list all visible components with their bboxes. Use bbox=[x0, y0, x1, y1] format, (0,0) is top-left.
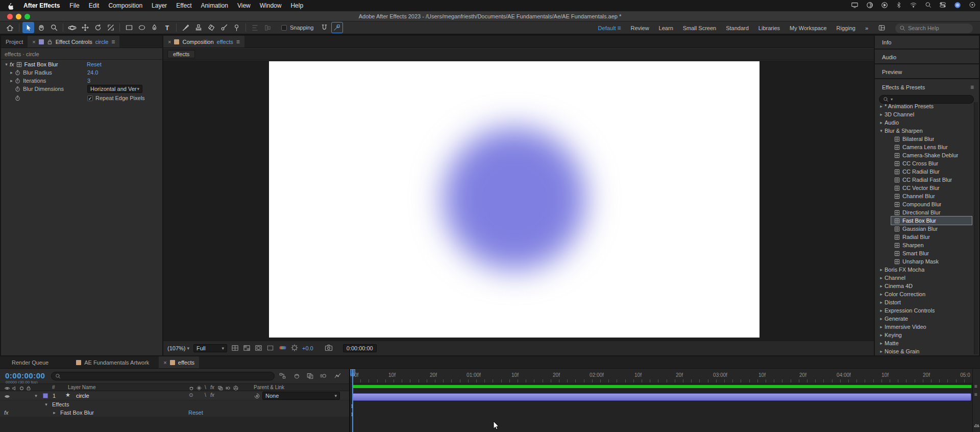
snap-to-edges-icon[interactable] bbox=[318, 22, 330, 33]
current-time-display[interactable]: 0:00:00:00 bbox=[5, 371, 45, 380]
hand-tool[interactable] bbox=[35, 22, 47, 33]
effect-item[interactable]: Camera Lens Blur bbox=[875, 143, 979, 151]
menu-help[interactable]: Help bbox=[286, 2, 308, 9]
tab-render-queue[interactable]: Render Queue bbox=[7, 356, 53, 368]
chevron-right-icon[interactable]: ▸ bbox=[878, 324, 885, 329]
exposure-value[interactable]: +0.0 bbox=[302, 345, 313, 351]
tab-effects-timeline[interactable]: × effects bbox=[159, 356, 199, 368]
layer-name-column-header[interactable]: Layer Name bbox=[68, 385, 95, 390]
effect-row-fast-box-blur[interactable]: fx ▸ Fast Box Blur Reset bbox=[0, 409, 349, 417]
panel-target-comp[interactable]: circle bbox=[95, 39, 109, 45]
motion-blur-icon[interactable] bbox=[320, 372, 327, 380]
preset-group-blur-sharpen[interactable]: ▾Blur & Sharpen bbox=[875, 127, 979, 135]
workspace-libraries[interactable]: Libraries bbox=[758, 25, 780, 31]
index-column-header[interactable]: # bbox=[52, 385, 55, 390]
effects-presets-header[interactable]: Effects & Presets ≡ bbox=[875, 80, 979, 94]
layer-duration-bar[interactable] bbox=[353, 393, 971, 401]
choose-grid-guides-icon[interactable] bbox=[231, 344, 239, 353]
stopwatch-icon[interactable] bbox=[15, 95, 20, 101]
panel-menu-icon[interactable]: ≡ bbox=[236, 38, 240, 45]
shy-toggle-icon[interactable] bbox=[293, 372, 301, 380]
chevron-right-icon[interactable]: ▸ bbox=[878, 275, 885, 280]
parent-pickwhip-icon[interactable] bbox=[254, 393, 260, 400]
snap-options-icon[interactable] bbox=[331, 22, 343, 33]
viewer-area[interactable] bbox=[163, 60, 874, 341]
control-center-icon[interactable] bbox=[939, 2, 946, 10]
chevron-down-icon[interactable]: ▾ bbox=[43, 402, 50, 407]
effect-item[interactable]: Bilateral Blur bbox=[875, 135, 979, 143]
workspace-default[interactable]: Default ≡ bbox=[598, 25, 621, 32]
eraser-tool[interactable] bbox=[205, 22, 217, 33]
track-options-icon[interactable]: ≡ bbox=[974, 392, 977, 397]
chevron-right-icon[interactable]: ▸ bbox=[8, 70, 15, 75]
preset-group-cinema-4d[interactable]: ▸Cinema 4D bbox=[875, 282, 979, 290]
pan-behind-tool[interactable] bbox=[105, 22, 116, 33]
panel-target-comp[interactable]: effects bbox=[217, 39, 233, 45]
orbit-camera-tool[interactable] bbox=[66, 22, 78, 33]
preset-group-3d-channel[interactable]: ▸3D Channel bbox=[875, 110, 979, 118]
preset-group-generate[interactable]: ▸Generate bbox=[875, 315, 979, 323]
zoom-tool[interactable] bbox=[48, 22, 60, 33]
current-time-indicator[interactable] bbox=[352, 369, 353, 432]
workspace-learn[interactable]: Learn bbox=[659, 25, 673, 31]
audio-panel-header[interactable]: Audio bbox=[875, 51, 979, 64]
siri-icon[interactable] bbox=[954, 2, 961, 10]
preset-group-noise-grain[interactable]: ▸Noise & Grain bbox=[875, 347, 979, 355]
chevron-right-icon[interactable]: ▸ bbox=[878, 332, 885, 338]
workspace-standard[interactable]: Standard bbox=[726, 25, 749, 31]
menu-file[interactable]: File bbox=[65, 2, 84, 9]
chevron-right-icon[interactable]: ▸ bbox=[878, 267, 885, 272]
tab-composition[interactable]: × Composition effects ≡ bbox=[163, 36, 244, 47]
effect-item[interactable]: Directional Blur bbox=[875, 208, 979, 217]
effect-item[interactable]: CC Cross Blur bbox=[875, 159, 979, 167]
screen-mirroring-icon[interactable] bbox=[881, 2, 888, 10]
menu-view[interactable]: View bbox=[233, 2, 255, 9]
spotlight-search-icon[interactable] bbox=[925, 2, 932, 10]
snapping-checkbox[interactable] bbox=[281, 25, 287, 31]
effect-item[interactable]: CC Radial Fast Blur bbox=[875, 176, 979, 184]
layer-fx-mark[interactable]: fx bbox=[210, 392, 214, 398]
menu-animation[interactable]: Animation bbox=[197, 2, 233, 9]
chevron-down-icon[interactable]: ▾ bbox=[878, 128, 885, 133]
effects-group-row[interactable]: ▾ Effects bbox=[0, 400, 349, 409]
roto-brush-tool[interactable] bbox=[218, 22, 230, 33]
chevron-right-icon[interactable]: ▸ bbox=[878, 283, 885, 289]
resolution-dropdown[interactable]: Full▾ bbox=[193, 344, 227, 352]
chevron-right-icon[interactable]: ▸ bbox=[878, 104, 885, 109]
bluetooth-icon[interactable] bbox=[896, 2, 902, 10]
iterations-value[interactable]: 3 bbox=[87, 78, 90, 84]
layer-name[interactable]: circle bbox=[76, 393, 89, 399]
preset-group-audio[interactable]: ▸Audio bbox=[875, 118, 979, 127]
composition-canvas[interactable] bbox=[269, 61, 760, 338]
ellipse-tool[interactable] bbox=[136, 22, 148, 33]
snapshot-camera-icon[interactable] bbox=[325, 344, 333, 352]
apple-menu[interactable] bbox=[4, 0, 16, 11]
effect-item[interactable]: Camera-Shake Deblur bbox=[875, 151, 979, 159]
cti-handle[interactable] bbox=[350, 369, 355, 376]
parent-link-dropdown[interactable]: None▾ bbox=[262, 392, 340, 400]
pen-tool[interactable] bbox=[149, 22, 160, 33]
region-of-interest-icon[interactable] bbox=[266, 344, 274, 353]
chevron-right-icon[interactable]: ▸ bbox=[878, 341, 885, 346]
magnification-dropdown[interactable]: (107%)▾ bbox=[167, 345, 189, 351]
stopwatch-icon[interactable] bbox=[15, 86, 20, 92]
stopwatch-icon[interactable] bbox=[15, 78, 20, 84]
close-panel-icon[interactable]: × bbox=[168, 39, 171, 45]
repeat-edge-checkbox[interactable]: ✓ bbox=[87, 95, 93, 101]
panel-menu-icon[interactable]: ≡ bbox=[970, 84, 974, 91]
reset-effect-link[interactable]: Reset bbox=[87, 61, 102, 67]
rectangle-tool[interactable] bbox=[123, 22, 135, 33]
chevron-right-icon[interactable]: ▸ bbox=[878, 292, 885, 297]
adjust-exposure-icon[interactable] bbox=[291, 344, 298, 352]
panel-menu-icon[interactable]: ≡ bbox=[111, 38, 115, 45]
chevron-right-icon[interactable]: ▸ bbox=[878, 308, 885, 313]
timeline-track-area[interactable]: :00f 10f 20f 01:00f 10f 20f 02:00f 10f 2… bbox=[350, 369, 972, 432]
preview-panel-header[interactable]: Preview bbox=[875, 65, 979, 79]
preset-group-color-correction[interactable]: ▸Color Correction bbox=[875, 290, 979, 298]
preset-group-channel[interactable]: ▸Channel bbox=[875, 274, 979, 282]
workspace-grid-icon[interactable] bbox=[878, 25, 886, 32]
blur-radius-value[interactable]: 24.0 bbox=[87, 69, 98, 76]
preset-group-animation-presets[interactable]: ▸* Animation Presets bbox=[875, 102, 979, 110]
frame-blend-icon[interactable] bbox=[306, 372, 314, 380]
effect-item-selected[interactable]: Fast Box Blur bbox=[875, 217, 979, 225]
